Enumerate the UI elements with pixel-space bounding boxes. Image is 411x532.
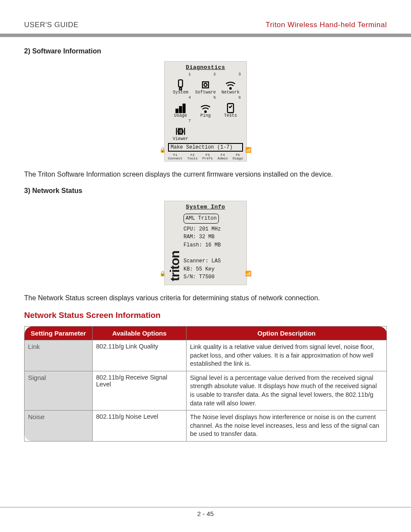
diag-item-label: Software	[195, 90, 216, 95]
diag-item-number: 6	[239, 96, 241, 100]
diag-item-network: 3Network	[218, 72, 243, 95]
diag-item-number: 2	[214, 72, 216, 77]
cell-param: Signal	[25, 371, 93, 410]
lock-icon: 🔒	[159, 271, 166, 277]
table-row: Noise802.11b/g Noise LevelThe Noise leve…	[25, 411, 387, 442]
cell-param: Noise	[25, 411, 93, 442]
cell-desc: Signal level is a percentage value deriv…	[187, 371, 387, 410]
wifi-icon	[224, 80, 237, 90]
antenna-icon: 📶	[245, 147, 252, 153]
cell-desc: Link quality is a relative value derived…	[187, 340, 387, 371]
wifi-icon	[199, 103, 212, 113]
triton-logo: triton	[170, 214, 180, 281]
table-row: Signal802.11b/g Receive Signal LevelSign…	[25, 371, 387, 410]
col-available-options: Available Options	[93, 327, 187, 340]
col-option-description: Option Description	[187, 327, 387, 340]
page-number: 2 - 45	[197, 510, 214, 517]
figure-system-info: 🔒 📶 System Info triton AML Triton CPU: 2…	[164, 201, 247, 285]
cell-option: 802.11b/g Noise Level	[93, 411, 187, 442]
network-status-body: The Network Status screen displays vario…	[24, 293, 387, 303]
svg-rect-9	[227, 104, 234, 113]
system-info-title: System Info	[167, 204, 244, 210]
clipboard-icon	[224, 103, 237, 113]
diag-item-label: Viewer	[173, 137, 188, 141]
header-left: USER'S GUIDE	[24, 21, 78, 29]
svg-rect-7	[183, 104, 185, 113]
chip-icon	[199, 80, 212, 90]
sysinfo-line: S/N: T7500	[184, 273, 241, 281]
sysinfo-line: RAM: 32 MB	[184, 233, 241, 241]
diag-item-number: 5	[214, 96, 216, 100]
svg-rect-6	[180, 107, 182, 113]
softkey-diags: F5Diags	[233, 153, 243, 160]
sysinfo-line: CPU: 201 MHz	[184, 225, 241, 233]
diag-item-label: System	[173, 90, 188, 95]
page-footer: 2 - 45	[0, 507, 411, 517]
diag-item-viewer: 7Viewer	[168, 119, 193, 141]
sysinfo-line	[184, 249, 241, 258]
svg-point-3	[204, 84, 207, 87]
softkey-prefs: F3Prefs	[202, 153, 213, 160]
diagnostics-status: Make Selection (1-7)	[168, 143, 243, 152]
figure-diagnostics: 🔒 📶 Diagnostics 1System2Software3Network…	[164, 61, 247, 162]
svg-rect-1	[180, 88, 182, 90]
diag-item-label: Usage	[174, 113, 187, 118]
col-setting-parameter: Setting Parameter	[25, 327, 93, 340]
softkey-tools: F2Tools	[187, 153, 198, 160]
sysinfo-line: Flash: 16 MB	[184, 241, 241, 249]
diag-item-system: 1System	[168, 72, 193, 95]
diagnostics-title: Diagnostics	[167, 64, 244, 71]
section-heading-software-info: 2) Software Information	[24, 47, 387, 55]
diag-item-number: 3	[239, 72, 241, 77]
cell-param: Link	[25, 340, 93, 371]
table-heading: Network Status Screen Information	[24, 311, 387, 320]
diag-item-tests: 6Tests	[218, 96, 243, 118]
svg-rect-2	[202, 82, 209, 88]
diag-item-number: 4	[189, 96, 191, 100]
diag-item-label: Tests	[224, 113, 237, 118]
diag-item-number: 7	[189, 119, 191, 123]
diag-item-number: 1	[189, 72, 191, 77]
table-row: Link802.11b/g Link QualityLink quality i…	[25, 340, 387, 371]
lock-icon: 🔒	[159, 147, 166, 153]
diag-item-software: 2Software	[193, 72, 218, 95]
softkey-admin: F4Admin	[218, 153, 228, 160]
cell-option: 802.11b/g Link Quality	[93, 340, 187, 371]
header-right: Triton Wireless Hand-held Terminal	[265, 21, 387, 29]
header-divider	[0, 34, 411, 37]
svg-rect-0	[178, 80, 182, 87]
softkey-connect: F1Connect	[168, 153, 183, 160]
diag-item-ping: 5Ping	[193, 96, 218, 118]
network-status-table: Setting Parameter Available Options Opti…	[24, 326, 387, 442]
svg-point-8	[205, 111, 206, 112]
sysinfo-line: KB: 55 Key	[184, 265, 241, 274]
diag-item-label: Network	[221, 90, 240, 95]
barcode-icon	[174, 126, 187, 137]
device-name-box: AML Triton	[184, 214, 219, 224]
svg-rect-5	[176, 109, 178, 112]
bars-icon	[174, 103, 187, 113]
software-info-body: The Triton Software Information screen d…	[24, 169, 387, 179]
diag-item-label: Ping	[200, 113, 211, 118]
section-heading-network-status: 3) Network Status	[24, 187, 387, 195]
sysinfo-line: Scanner: LAS	[184, 257, 241, 265]
svg-point-4	[230, 87, 231, 89]
device-icon	[174, 80, 187, 90]
cell-option: 802.11b/g Receive Signal Level	[93, 371, 187, 410]
cell-desc: The Noise level displays how interferenc…	[187, 411, 387, 442]
diag-item-usage: 4Usage	[168, 96, 193, 118]
antenna-icon: 📶	[245, 271, 252, 277]
